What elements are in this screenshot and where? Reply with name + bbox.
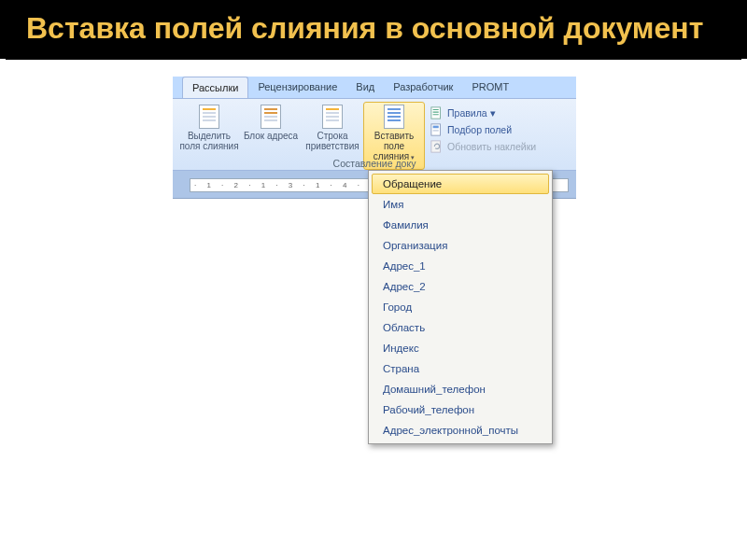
side-cmd-label: Правила ▾ bbox=[447, 107, 496, 119]
merge-field-item[interactable]: Фамилия bbox=[372, 215, 549, 235]
ribbon-button-label: Выделить поля слияния bbox=[179, 131, 239, 151]
tab-Рассылки[interactable]: Рассылки bbox=[182, 77, 248, 98]
ribbon-side-cmd-1[interactable]: Подбор полей bbox=[430, 123, 536, 136]
merge-field-item[interactable]: Домашний_телефон bbox=[372, 379, 549, 399]
ribbon-side-cmd-2: Обновить наклейки bbox=[430, 140, 536, 153]
page-icon bbox=[199, 105, 219, 129]
ribbon-button-label: Блок адреса bbox=[244, 131, 298, 141]
ribbon-button-2[interactable]: Строка приветствия bbox=[302, 103, 363, 170]
word-ribbon-screenshot: РассылкиРецензированиеВидРазработчикPROM… bbox=[173, 77, 576, 199]
svg-rect-3 bbox=[433, 130, 439, 132]
merge-field-item[interactable]: Адрес_1 bbox=[372, 256, 549, 276]
tab-Рецензирование[interactable]: Рецензирование bbox=[248, 77, 346, 98]
rules-icon bbox=[430, 106, 444, 119]
page-icon bbox=[322, 105, 343, 129]
ribbon-button-label: Строка приветствия bbox=[303, 131, 362, 151]
merge-field-item[interactable]: Индекс bbox=[372, 338, 549, 358]
merge-field-item[interactable]: Адрес_электронной_почты bbox=[372, 420, 549, 441]
page-icon bbox=[384, 105, 404, 129]
ribbon-button-0[interactable]: Выделить поля слияния bbox=[178, 103, 240, 170]
merge-field-item[interactable]: Город bbox=[372, 297, 549, 317]
tab-Вид[interactable]: Вид bbox=[346, 77, 384, 98]
merge-field-dropdown: ОбращениеИмяФамилияОрганизацияАдрес_1Адр… bbox=[368, 170, 553, 444]
ribbon-button-3[interactable]: Вставить поле слияния ▾ bbox=[363, 102, 425, 170]
merge-field-item[interactable]: Рабочий_телефон bbox=[372, 399, 549, 420]
svg-rect-0 bbox=[431, 107, 441, 119]
ribbon-side-cmd-0[interactable]: Правила ▾ bbox=[430, 106, 536, 119]
ribbon-side-commands: Правила ▾Подбор полейОбновить наклейки bbox=[425, 103, 536, 170]
match-fields-icon bbox=[430, 123, 444, 136]
slide-header: Вставка полей слияния в основной докумен… bbox=[0, 0, 747, 59]
slide-title: Вставка полей слияния в основной докумен… bbox=[26, 11, 721, 46]
svg-rect-2 bbox=[433, 125, 439, 128]
update-labels-icon bbox=[430, 140, 444, 153]
tab-PROMT[interactable]: PROMT bbox=[462, 77, 518, 98]
content-area: РассылкиРецензированиеВидРазработчикPROM… bbox=[0, 60, 747, 199]
merge-field-item[interactable]: Имя bbox=[372, 194, 549, 215]
side-cmd-label: Подбор полей bbox=[447, 124, 512, 135]
tab-Разработчик[interactable]: Разработчик bbox=[384, 77, 462, 98]
merge-field-item[interactable]: Организация bbox=[372, 235, 549, 256]
side-cmd-label: Обновить наклейки bbox=[447, 141, 536, 152]
ribbon: Выделить поля слиянияБлок адресаСтрока п… bbox=[173, 99, 576, 171]
merge-field-item[interactable]: Область bbox=[372, 317, 549, 338]
ribbon-tab-strip: РассылкиРецензированиеВидРазработчикPROM… bbox=[173, 77, 576, 99]
ribbon-button-1[interactable]: Блок адреса bbox=[240, 103, 302, 170]
merge-field-item[interactable]: Обращение bbox=[372, 174, 549, 194]
ribbon-button-label: Вставить поле слияния ▾ bbox=[365, 131, 423, 161]
merge-field-item[interactable]: Адрес_2 bbox=[372, 276, 549, 297]
page-icon bbox=[261, 105, 281, 129]
merge-field-item[interactable]: Страна bbox=[372, 358, 549, 379]
